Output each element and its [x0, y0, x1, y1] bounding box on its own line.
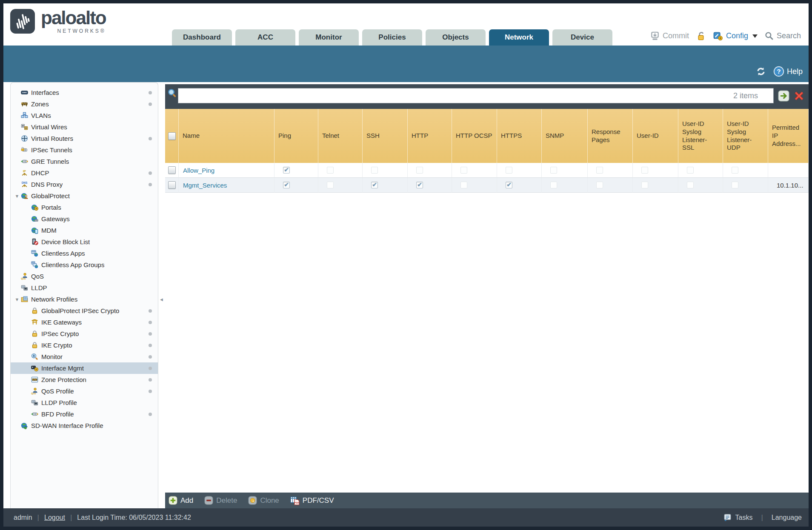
- sidebar-item-zone-protection[interactable]: Zone Protection: [11, 374, 158, 385]
- column-header-sel[interactable]: [165, 109, 179, 163]
- status-dot: [149, 367, 152, 370]
- profile-name-link[interactable]: Mgmt_Services: [183, 182, 227, 189]
- telnet-checkbox[interactable]: [327, 167, 334, 174]
- sidebar-collapse-handle[interactable]: ◄: [159, 297, 164, 302]
- sidebar-item-gateways[interactable]: Gateways: [11, 213, 158, 225]
- user_id-checkbox[interactable]: [641, 167, 648, 174]
- snmp-checkbox[interactable]: [550, 167, 557, 174]
- http-checkbox[interactable]: [416, 167, 423, 174]
- column-header-uid_syslog_udp[interactable]: User-ID Syslog Listener-UDP: [723, 109, 768, 163]
- column-header-ssh[interactable]: SSH: [363, 109, 408, 163]
- profile-name-link[interactable]: Allow_Ping: [183, 167, 214, 174]
- sidebar-item-sd-wan-interface-profile[interactable]: SD-WAN Interface Profile: [11, 420, 158, 431]
- sidebar-item-dns-proxy[interactable]: DNSDNS Proxy: [11, 179, 158, 190]
- uid_syslog_ssl-checkbox[interactable]: [687, 167, 694, 174]
- column-header-http[interactable]: HTTP: [408, 109, 452, 163]
- sidebar-item-ipsec-crypto[interactable]: IPSec Crypto: [11, 328, 158, 339]
- sidebar-item-lldp[interactable]: LLDP: [11, 282, 158, 293]
- tree-collapse-toggle[interactable]: ▼: [13, 194, 21, 199]
- column-header-name[interactable]: Name: [179, 109, 274, 163]
- sidebar-item-vlans[interactable]: VLANs: [11, 110, 158, 121]
- delete-button[interactable]: Delete: [204, 496, 237, 505]
- sidebar-item-zones[interactable]: Zones: [11, 98, 158, 110]
- global-search[interactable]: Search: [764, 31, 801, 41]
- column-header-telnet[interactable]: Telnet: [318, 109, 363, 163]
- sidebar-item-network-profiles[interactable]: ▼Network Profiles: [11, 293, 158, 305]
- help-button[interactable]: ? Help: [773, 66, 803, 77]
- add-button[interactable]: Add: [169, 496, 193, 505]
- row-select-checkbox[interactable]: [168, 166, 176, 174]
- column-header-http_ocsp[interactable]: HTTP OCSP: [452, 109, 497, 163]
- sidebar-item-globalprotect[interactable]: ▼GlobalProtect: [11, 190, 158, 202]
- refresh-icon[interactable]: [755, 66, 766, 77]
- snmp-checkbox[interactable]: [550, 182, 557, 188]
- uid_syslog_udp-checkbox[interactable]: [732, 167, 738, 174]
- sidebar-item-clientless-app-groups[interactable]: Clientless App Groups: [11, 259, 158, 271]
- pdf-csv-button[interactable]: PDF PDF/CSV: [290, 496, 334, 505]
- column-header-https[interactable]: HTTPS: [497, 109, 542, 163]
- sidebar-item-globalprotect-ipsec-crypto[interactable]: GlobalProtect IPSec Crypto: [11, 305, 158, 316]
- tab-dashboard[interactable]: Dashboard: [172, 29, 232, 46]
- sidebar-item-label: IKE Gateways: [41, 319, 82, 326]
- http-checkbox[interactable]: [416, 182, 423, 188]
- apply-filter-button[interactable]: [778, 90, 789, 102]
- sidebar-item-virtual-wires[interactable]: Virtual Wires: [11, 121, 158, 133]
- config-menu[interactable]: Config: [713, 31, 758, 41]
- sidebar-item-monitor[interactable]: Monitor: [11, 351, 158, 362]
- tab-monitor[interactable]: Monitor: [299, 29, 359, 46]
- sidebar-item-interfaces[interactable]: Interfaces: [11, 87, 158, 98]
- response_pages-checkbox[interactable]: [596, 167, 603, 174]
- lock-icon[interactable]: [696, 31, 706, 41]
- column-header-user_id[interactable]: User-ID: [633, 109, 678, 163]
- sidebar-item-interface-mgmt[interactable]: Interface Mgmt: [11, 362, 158, 374]
- tree-collapse-toggle[interactable]: ▼: [13, 297, 21, 302]
- column-header-ping[interactable]: Ping: [274, 109, 318, 163]
- tab-policies[interactable]: Policies: [362, 29, 422, 46]
- tab-device[interactable]: Device: [552, 29, 612, 46]
- column-header-permitted_ip[interactable]: Permitted IP Address...: [768, 109, 809, 163]
- clear-filter-button[interactable]: [793, 90, 805, 102]
- sidebar-item-clientless-apps[interactable]: Clientless Apps: [11, 248, 158, 259]
- column-header-snmp[interactable]: SNMP: [542, 109, 588, 163]
- ssh-checkbox[interactable]: [371, 167, 378, 174]
- sidebar-item-ike-gateways[interactable]: IKE Gateways: [11, 316, 158, 328]
- network-profiles-icon: [21, 296, 28, 303]
- response_pages-checkbox[interactable]: [596, 182, 603, 188]
- sidebar-item-qos-profile[interactable]: QoSQoS Profile: [11, 385, 158, 397]
- ssh-checkbox[interactable]: [371, 182, 378, 188]
- filter-input[interactable]: [178, 88, 774, 103]
- sidebar-item-gre-tunnels[interactable]: GRE Tunnels: [11, 156, 158, 167]
- https-checkbox[interactable]: [506, 182, 512, 188]
- column-header-uid_syslog_ssl[interactable]: User-ID Syslog Listener-SSL: [678, 109, 723, 163]
- logout-link[interactable]: Logout: [44, 514, 65, 521]
- column-header-response_pages[interactable]: Response Pages: [588, 109, 633, 163]
- sidebar-item-device-block-list[interactable]: Device Block List: [11, 236, 158, 248]
- https-checkbox[interactable]: [506, 167, 512, 174]
- http_ocsp-checkbox[interactable]: [460, 182, 467, 188]
- user_id-checkbox[interactable]: [641, 182, 648, 188]
- uid_syslog_udp-checkbox[interactable]: [732, 182, 738, 188]
- http_ocsp-checkbox[interactable]: [460, 167, 467, 174]
- sidebar-item-portals[interactable]: Portals: [11, 202, 158, 213]
- sidebar-item-virtual-routers[interactable]: Virtual Routers: [11, 133, 158, 144]
- tasks-link[interactable]: Tasks: [735, 514, 752, 521]
- tab-objects[interactable]: Objects: [426, 29, 486, 46]
- sidebar-item-dhcp[interactable]: IPDHCP: [11, 167, 158, 179]
- select-all-checkbox[interactable]: [168, 132, 176, 140]
- ping-checkbox[interactable]: [283, 167, 290, 174]
- row-select-checkbox[interactable]: [168, 181, 176, 189]
- sidebar-item-bfd-profile[interactable]: BFD Profile: [11, 408, 158, 420]
- ping-checkbox[interactable]: [283, 182, 290, 188]
- tab-acc[interactable]: ACC: [235, 29, 295, 46]
- commit-button[interactable]: Commit: [650, 31, 689, 41]
- tab-network[interactable]: Network: [489, 29, 549, 46]
- sidebar-item-ipsec-tunnels[interactable]: IPSec Tunnels: [11, 144, 158, 156]
- telnet-checkbox[interactable]: [327, 182, 334, 188]
- sidebar-item-ike-crypto[interactable]: IKE Crypto: [11, 339, 158, 351]
- sidebar-item-mdm[interactable]: MDM: [11, 225, 158, 236]
- language-link[interactable]: Language: [772, 514, 802, 521]
- clone-button[interactable]: Clone: [248, 496, 279, 505]
- sidebar-item-lldp-profile[interactable]: LLDP Profile: [11, 397, 158, 408]
- uid_syslog_ssl-checkbox[interactable]: [687, 182, 694, 188]
- sidebar-item-qos[interactable]: QoSQoS: [11, 271, 158, 282]
